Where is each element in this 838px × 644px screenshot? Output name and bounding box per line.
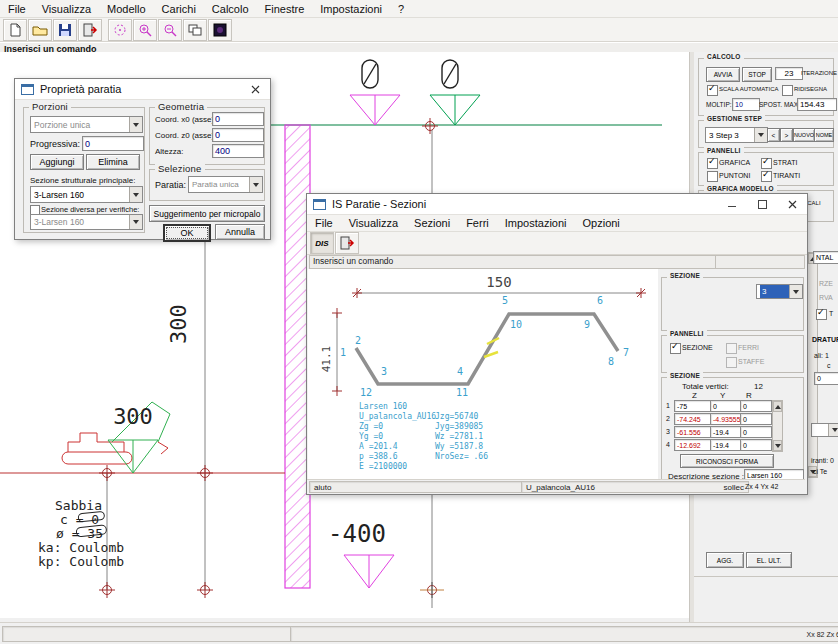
panel-scrollbar[interactable] <box>807 252 818 478</box>
grafica-checkbox[interactable] <box>707 158 718 169</box>
svg-text:Larsen 160: Larsen 160 <box>359 402 407 411</box>
staffe-checkbox[interactable] <box>726 357 737 368</box>
menu-finestre[interactable]: Finestre <box>257 2 313 16</box>
sezioni-toolbar: DIS <box>307 232 807 255</box>
status-cell-right: Xx 82 Zx 6 <box>290 626 838 642</box>
zoom-in-icon[interactable] <box>133 19 157 41</box>
coord-x0-input[interactable]: 0 <box>212 112 264 126</box>
puntoni-checkbox[interactable] <box>707 171 718 182</box>
export-icon[interactable] <box>78 19 102 41</box>
ridisegna-checkbox[interactable] <box>782 85 793 96</box>
scroll-up-icon[interactable] <box>773 401 782 412</box>
menu-visualizza[interactable]: Visualizza <box>34 2 99 16</box>
sezione-strutturale-combo[interactable]: 3-Larsen 160 <box>30 186 143 203</box>
step-prev-button[interactable]: < <box>767 128 780 142</box>
moltip-input[interactable]: 10 <box>732 98 760 111</box>
ferri-checkbox[interactable] <box>726 343 737 354</box>
save-icon[interactable] <box>53 19 77 41</box>
vertices-scrollbar[interactable] <box>772 400 783 452</box>
step-selector[interactable]: 3 Step 3 <box>705 127 768 143</box>
close-icon[interactable] <box>777 194 807 214</box>
row-1-r[interactable]: 0 <box>740 400 772 412</box>
scala-automatica-checkbox[interactable] <box>707 85 718 96</box>
sezioni-menu-ferri[interactable]: Ferri <box>458 216 497 230</box>
menu-impostazioni[interactable]: Impostazioni <box>312 2 390 16</box>
row-4-r[interactable]: 0 <box>740 439 772 451</box>
paratia-combo[interactable]: Paratia unica <box>188 176 263 193</box>
avvia-button[interactable]: AVVIA <box>706 67 740 82</box>
cascade-windows-icon[interactable] <box>183 19 207 41</box>
chevron-down-icon[interactable] <box>249 177 262 192</box>
dialog-titlebar[interactable]: Proprietà paratia <box>15 79 270 100</box>
sezione-number-combo[interactable]: 3 <box>756 284 803 299</box>
sezioni-menu-impostazioni[interactable]: Impostazioni <box>497 216 575 230</box>
fragment-zero-input[interactable]: 0 <box>814 372 838 385</box>
suggerimento-micropalo-button[interactable]: Suggerimento per micropalo <box>149 205 265 222</box>
render-icon[interactable] <box>208 19 232 41</box>
dis-button[interactable]: DIS <box>310 232 334 254</box>
group-selezione: Selezione Paratia: Paratia unica <box>149 169 265 201</box>
menu-help[interactable]: ? <box>390 2 412 16</box>
row-1-z[interactable]: -75 <box>674 400 714 412</box>
chevron-down-icon[interactable] <box>828 424 838 436</box>
sezioni-menu-visualizza[interactable]: Visualizza <box>341 216 406 230</box>
chevron-down-icon[interactable] <box>129 215 142 229</box>
el-ult-button[interactable]: EL. ULT. <box>746 552 792 568</box>
altezza-input[interactable]: 400 <box>212 144 264 158</box>
export-icon[interactable] <box>335 232 359 254</box>
row-4-z[interactable]: -12.692 <box>674 439 714 451</box>
porzione-combo[interactable]: Porzione unica <box>30 116 143 133</box>
sezioni-menu-file[interactable]: File <box>307 216 341 230</box>
coord-z0-input[interactable]: 0 <box>212 128 264 142</box>
sezioni-command-bar[interactable]: Inserisci un comando <box>309 255 718 269</box>
row-3-y[interactable]: -19.4 <box>710 426 744 438</box>
dialog-close-icon[interactable] <box>240 79 270 99</box>
group-calcolo-title: CALCOLO <box>704 53 744 60</box>
row-4-y[interactable]: -19.4 <box>710 439 744 451</box>
open-folder-icon[interactable] <box>28 19 52 41</box>
aggiungi-button[interactable]: Aggiungi <box>30 154 84 170</box>
new-document-icon[interactable] <box>3 19 27 41</box>
nome-button[interactable]: NOME <box>814 128 834 142</box>
section-drawing: 150 41.1 1 2 3 4 <box>308 269 658 479</box>
chevron-down-icon[interactable] <box>129 187 142 202</box>
section-canvas[interactable]: 150 41.1 1 2 3 4 <box>308 269 658 479</box>
zoom-window-icon[interactable] <box>108 19 132 41</box>
strati-checkbox[interactable] <box>761 158 772 169</box>
menu-modello[interactable]: Modello <box>99 2 154 16</box>
stop-button[interactable]: STOP <box>742 67 772 82</box>
menu-file[interactable]: File <box>0 2 34 16</box>
fragment-t-checkbox[interactable] <box>816 309 827 320</box>
row-3-r[interactable]: 0 <box>740 426 772 438</box>
zoom-out-icon[interactable] <box>158 19 182 41</box>
ok-button[interactable]: OK <box>163 224 211 242</box>
riconosci-forma-button[interactable]: RICONOSCI FORMA <box>680 454 774 468</box>
menu-carichi[interactable]: Carichi <box>154 2 204 16</box>
row-2-y[interactable]: -4.93555 <box>710 413 744 425</box>
row-3-z[interactable]: -61.556 <box>674 426 714 438</box>
sezioni-titlebar[interactable]: IS Paratie - Sezioni <box>307 194 807 215</box>
sezione-verifiche-combo[interactable]: 3-Larsen 160 <box>30 214 143 230</box>
row-2-z[interactable]: -74.245 <box>674 413 714 425</box>
tiranti-checkbox[interactable] <box>761 171 772 182</box>
row-2-r[interactable]: 0 <box>740 413 772 425</box>
chevron-down-icon[interactable] <box>129 117 142 132</box>
step-next-button[interactable]: > <box>780 128 793 142</box>
sezione-view-checkbox[interactable] <box>670 343 681 354</box>
annulla-button[interactable]: Annulla <box>215 224 265 240</box>
chevron-down-icon[interactable] <box>754 128 767 142</box>
nuovo-button[interactable]: NUOVO <box>793 128 815 142</box>
maximize-icon[interactable] <box>747 194 777 214</box>
progressiva-input[interactable]: 0 <box>82 136 144 151</box>
menu-calcolo[interactable]: Calcolo <box>204 2 257 16</box>
sezioni-menu-sezioni[interactable]: Sezioni <box>406 216 458 230</box>
fragment-combo[interactable] <box>811 423 838 437</box>
row-1-y[interactable]: 0 <box>710 400 744 412</box>
sezioni-menu-opzioni[interactable]: Opzioni <box>575 216 628 230</box>
elimina-button[interactable]: Elimina <box>86 154 140 170</box>
svg-text:1: 1 <box>340 347 346 358</box>
minimize-icon[interactable] <box>717 194 747 214</box>
agg-button[interactable]: AGG. <box>706 552 744 568</box>
chevron-down-icon[interactable] <box>789 285 802 298</box>
scroll-down-icon[interactable] <box>773 440 782 451</box>
